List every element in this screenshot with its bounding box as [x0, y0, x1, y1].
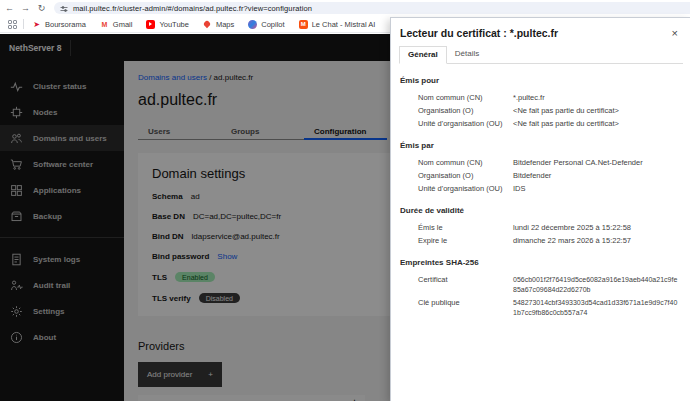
browser-window: ← → ↻ mail.pultec.fr/cluster-admin/#/dom… — [0, 0, 690, 401]
address-bar[interactable]: mail.pultec.fr/cluster-admin/#/domains/a… — [54, 2, 690, 14]
sidebar-item-settings[interactable]: Settings — [0, 298, 124, 324]
cert-row: Nom commun (CN) Bitdefender Personal CA.… — [400, 158, 680, 168]
cart-icon — [10, 158, 23, 171]
tab-groups[interactable]: Groups — [221, 122, 304, 140]
bookmark-gmail[interactable]: MGmail — [100, 20, 133, 29]
back-icon[interactable]: ← — [3, 3, 16, 13]
users-icon — [10, 132, 23, 145]
sidebar-item-domains-and-users[interactable]: Domains and users — [0, 125, 124, 151]
app-brand: NethServer 8 — [9, 43, 61, 53]
sidebar-item-backup[interactable]: Backup — [0, 203, 124, 229]
tab-general[interactable]: Général — [399, 46, 447, 64]
schema-row: Schema ad — [152, 192, 376, 201]
reload-icon[interactable]: ↻ — [35, 3, 48, 13]
forward-icon[interactable]: → — [19, 3, 32, 13]
cert-row: Nom commun (CN) *.pultec.fr — [400, 93, 680, 103]
bind-dn-value: ldapservice@ad.pultec.fr — [192, 232, 280, 241]
tab-users[interactable]: Users — [138, 122, 221, 140]
activity-icon — [10, 80, 23, 93]
sidebar-item-applications[interactable]: Applications — [0, 177, 124, 203]
cert-row: Certificat 056cb001f2f76419d5ce6082a916e… — [400, 275, 680, 295]
gear-icon — [10, 305, 23, 318]
youtube-icon — [146, 20, 155, 29]
gmail-icon: M — [100, 20, 109, 29]
bind-dn-row: Bind DN ldapservice@ad.pultec.fr — [152, 232, 376, 241]
cert-row: Émis le lundi 22 décembre 2025 à 15:22:5… — [400, 223, 680, 233]
sidebar-item-about[interactable]: About — [0, 324, 124, 350]
cert-row: Organisation (O) <Ne fait pas partie du … — [400, 106, 680, 116]
provider-card[interactable]: ⋮ — [138, 395, 365, 401]
header-divider — [70, 40, 71, 56]
dialog-body: Émis pour Nom commun (CN) *.pultec.fr Or… — [391, 64, 690, 318]
breadcrumb-current: ad.pultec.fr — [214, 73, 254, 82]
sidebar-item-software-center[interactable]: Software center — [0, 151, 124, 177]
cert-row: Organisation (O) Bitdefender — [400, 171, 680, 181]
cert-row: Unité d'organisation (OU) IDS — [400, 184, 680, 194]
public-key-fingerprint: 548273014cbf3493303d54cad1d33f671a1e9d9c… — [513, 298, 680, 318]
sidebar-item-audit-trail[interactable]: Audit trail — [0, 272, 124, 298]
url-text: mail.pultec.fr/cluster-admin/#/domains/a… — [73, 4, 312, 13]
dialog-title: Lecteur du certificat : *.pultec.fr — [400, 27, 558, 39]
section-fingerprints: Empreintes SHA-256 — [400, 258, 480, 268]
user-activity-icon — [10, 279, 23, 292]
plus-icon: + — [208, 370, 213, 379]
bind-password-row: Bind password Show — [152, 252, 376, 261]
add-provider-button[interactable]: Add provider + — [138, 362, 222, 387]
browser-toolbar: ← → ↻ mail.pultec.fr/cluster-admin/#/dom… — [0, 0, 690, 16]
breadcrumb-domains-link[interactable]: Domains and users — [138, 73, 207, 82]
archive-icon — [10, 210, 23, 223]
sidebar: Cluster status Nodes Domains and users S… — [0, 61, 124, 401]
certificate-viewer-dialog: Lecteur du certificat : *.pultec.fr × Gé… — [390, 17, 690, 401]
base-dn-value: DC=ad,DC=pultec,DC=fr — [193, 212, 281, 221]
base-dn-row: Base DN DC=ad,DC=pultec,DC=fr — [152, 212, 376, 221]
certificate-fingerprint: 056cb001f2f76419d5ce6082a916e19aeb440a21… — [513, 275, 680, 295]
sidebar-item-nodes[interactable]: Nodes — [0, 99, 124, 125]
bookmark-copilot[interactable]: Copilot — [248, 20, 284, 29]
chip-icon — [10, 106, 23, 119]
tls-row: TLS Enabled — [152, 272, 376, 282]
bookmark-boursorama[interactable]: ➤Boursorama — [32, 20, 86, 29]
bookmarks-divider — [23, 19, 24, 29]
domain-tabs: Users Groups Configuration — [138, 122, 387, 140]
cert-row: Unité d'organisation (OU) <Ne fait pas p… — [400, 119, 680, 129]
close-icon[interactable]: × — [672, 28, 678, 38]
apps-grid-icon[interactable] — [8, 20, 17, 29]
bookmark-lechat[interactable]: MLe Chat - Mistral AI — [299, 20, 376, 29]
sidebar-item-cluster-status[interactable]: Cluster status — [0, 73, 124, 99]
domain-settings-card: Domain settings Schema ad Base DN DC=ad,… — [138, 153, 390, 316]
tab-details[interactable]: Détails — [447, 46, 487, 63]
section-issued-to: Émis pour — [400, 76, 680, 86]
section-validity: Durée de validité — [400, 206, 680, 216]
dialog-tabs: Général Détails — [399, 46, 683, 64]
bookmark-youtube[interactable]: YouTube — [146, 20, 188, 29]
boursorama-icon: ➤ — [32, 20, 41, 29]
sidebar-item-system-logs[interactable]: System logs — [0, 246, 124, 272]
domain-settings-title: Domain settings — [152, 166, 376, 181]
maps-pin-icon — [203, 20, 212, 29]
cert-row: Expire le dimanche 22 mars 2026 à 15:22:… — [400, 236, 680, 246]
site-settings-icon[interactable] — [60, 0, 68, 17]
tls-verify-status-badge: Disabled — [199, 293, 240, 303]
tls-verify-row: TLS verify Disabled — [152, 293, 376, 303]
copilot-icon — [248, 20, 257, 29]
lechat-icon: M — [299, 20, 308, 29]
document-icon — [10, 253, 23, 266]
show-password-link[interactable]: Show — [217, 252, 237, 261]
tab-configuration[interactable]: Configuration — [304, 122, 387, 140]
sidebar-divider — [0, 237, 124, 238]
apps-icon — [10, 184, 23, 197]
bookmark-maps[interactable]: Maps — [203, 20, 234, 29]
info-icon — [10, 331, 23, 344]
cert-row: Clé publique 548273014cbf3493303d54cad1d… — [400, 298, 680, 318]
schema-value: ad — [191, 192, 200, 201]
tls-status-badge: Enabled — [175, 272, 215, 282]
section-issued-by: Émis par — [400, 141, 680, 151]
